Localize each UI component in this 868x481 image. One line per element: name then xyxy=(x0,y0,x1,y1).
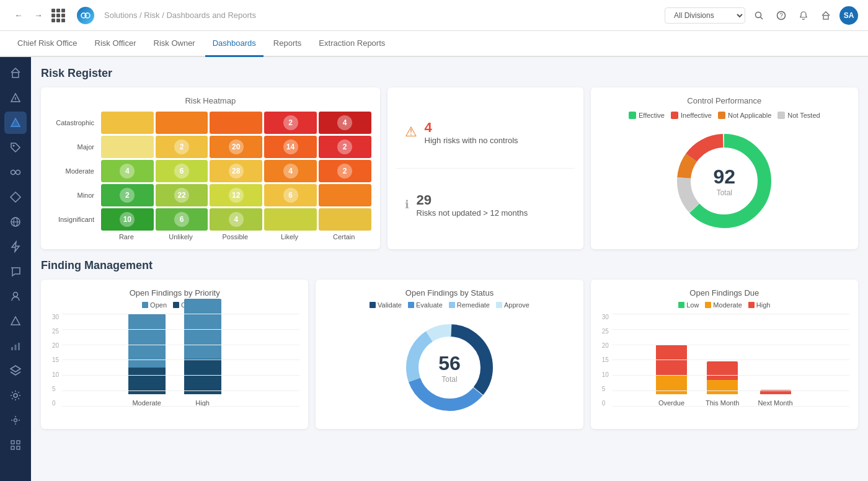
due-legend-high: High xyxy=(748,301,771,309)
heatmap-cell[interactable]: 22 xyxy=(156,184,208,206)
heatmap-cell[interactable]: 14 xyxy=(264,136,317,158)
sidebar-icon-gear1[interactable] xyxy=(4,384,27,407)
priority-high-overdue-bar xyxy=(184,359,221,394)
logo-icon xyxy=(81,11,91,20)
bell-icon xyxy=(799,11,808,20)
heatmap-grid: Catastrophic24Major220142Moderate462842M… xyxy=(50,112,371,231)
sidebar-icon-gear2[interactable] xyxy=(4,409,27,431)
control-performance-card: Control Performance Effective Ineffectiv… xyxy=(591,87,858,249)
status-approve-dot xyxy=(496,302,502,308)
nav-risk-officer[interactable]: Risk Officer xyxy=(87,31,144,57)
search-icon xyxy=(754,11,764,20)
app-logo xyxy=(77,7,94,24)
main-content: Risk Register Risk Heatmap Catastrophic2… xyxy=(31,57,868,481)
svg-marker-23 xyxy=(11,366,20,372)
heatmap-row-label: Catastrophic xyxy=(50,112,99,134)
heatmap-cell[interactable]: 4 xyxy=(101,160,154,182)
risk-register-title: Risk Register xyxy=(41,67,858,80)
nav-extraction-reports[interactable]: Extraction Reports xyxy=(311,31,392,57)
due-overdue-label: Overdue xyxy=(658,399,684,407)
priority-overdue-dot xyxy=(173,302,179,308)
avatar[interactable]: SA xyxy=(839,6,858,25)
sidebar-icon-home[interactable] xyxy=(4,62,27,84)
heatmap-cell[interactable]: 2 xyxy=(156,136,208,158)
division-select[interactable]: All Divisions xyxy=(665,7,745,24)
sidebar-icon-apps[interactable] xyxy=(4,434,27,456)
alert-item-2: ℹ 29 Risks not updated > 12 months xyxy=(396,169,575,240)
help-button[interactable]: ? xyxy=(773,7,790,24)
nav-chief-risk-office[interactable]: Chief Risk Office xyxy=(10,31,85,57)
sidebar-icon-alert[interactable] xyxy=(4,87,27,109)
heatmap-cell[interactable]: 2 xyxy=(319,136,371,158)
heatmap-cell[interactable]: 6 xyxy=(156,160,208,182)
due-chart-card: Open Findings Due Low Moderate High xyxy=(591,280,858,429)
status-total-number: 56 xyxy=(438,352,461,375)
priority-moderate-col xyxy=(128,314,166,394)
heatmap-cell[interactable]: 2 xyxy=(264,112,317,134)
svg-rect-22 xyxy=(18,343,20,350)
status-total-label: Total xyxy=(438,375,461,384)
sidebar-icon-diamond[interactable] xyxy=(4,186,27,208)
svg-marker-18 xyxy=(12,242,19,252)
forward-button[interactable]: → xyxy=(30,7,47,24)
svg-point-25 xyxy=(14,419,17,422)
sidebar-icon-warning[interactable] xyxy=(4,310,27,332)
back-button[interactable]: ← xyxy=(10,7,27,24)
legend-ineffective-dot xyxy=(671,112,678,119)
sidebar-icon-tag[interactable] xyxy=(4,136,27,159)
heatmap-cell[interactable]: 12 xyxy=(210,184,262,206)
heatmap-card: Risk Heatmap Catastrophic24Major220142Mo… xyxy=(41,87,380,249)
heatmap-cell[interactable]: 28 xyxy=(210,160,262,182)
due-chart-title: Open Findings Due xyxy=(600,288,849,298)
nav-reports[interactable]: Reports xyxy=(266,31,309,57)
sidebar-icon-link[interactable] xyxy=(4,161,27,183)
heatmap-cell[interactable] xyxy=(101,112,154,134)
heatmap-cell[interactable]: 20 xyxy=(210,136,262,158)
alert-1-content: 4 High risks with no controls xyxy=(425,120,518,145)
heatmap-cell[interactable]: 4 xyxy=(319,112,371,134)
heatmap-cell[interactable]: 4 xyxy=(264,160,317,182)
heatmap-cell[interactable] xyxy=(156,112,208,134)
heatmap-cell[interactable]: 2 xyxy=(101,184,154,206)
heatmap-cell[interactable]: 10 xyxy=(101,208,154,231)
grid-button[interactable] xyxy=(50,7,67,24)
sidebar-icon-layers[interactable] xyxy=(4,360,27,382)
due-next-month-col xyxy=(760,390,791,394)
legend-not-tested-dot xyxy=(777,112,785,119)
svg-point-11 xyxy=(11,170,16,175)
sidebar-icon-globe[interactable] xyxy=(4,211,27,233)
heatmap-x-label: Likely xyxy=(262,233,317,240)
due-this-month-moderate-bar xyxy=(707,380,738,394)
heatmap-cell[interactable] xyxy=(210,112,262,134)
heatmap-title: Risk Heatmap xyxy=(50,96,371,105)
due-overdue-moderate-bar xyxy=(656,376,687,394)
alert-item-1: ⚠ 4 High risks with no controls xyxy=(396,96,575,169)
heatmap-cell[interactable]: 2 xyxy=(319,160,371,182)
due-overdue-high-bar xyxy=(656,345,687,376)
svg-point-9 xyxy=(15,101,16,102)
status-legend-approve: Approve xyxy=(496,301,529,309)
sidebar-icon-user[interactable] xyxy=(4,285,27,307)
heatmap-cell[interactable] xyxy=(319,184,371,206)
priority-legend: Open Overdue xyxy=(50,301,299,309)
sidebar-icon-bar[interactable] xyxy=(4,335,27,357)
heatmap-cell[interactable]: 6 xyxy=(156,208,208,231)
help-icon: ? xyxy=(776,11,786,20)
heatmap-cell[interactable] xyxy=(101,136,154,158)
nav-dashboards[interactable]: Dashboards xyxy=(205,31,264,57)
due-this-month-high-bar xyxy=(707,361,738,380)
heatmap-cell[interactable] xyxy=(319,208,371,231)
sidebar-icon-message[interactable] xyxy=(4,260,27,283)
notifications-button[interactable] xyxy=(795,7,812,24)
svg-point-1 xyxy=(85,13,90,18)
sidebar-icon-triangle[interactable] xyxy=(4,112,27,134)
due-legend-moderate: Moderate xyxy=(705,301,742,309)
heatmap-cell[interactable]: 6 xyxy=(264,184,317,206)
nav-risk-owner[interactable]: Risk Owner xyxy=(146,31,203,57)
heatmap-cell[interactable]: 4 xyxy=(210,208,262,231)
home-button[interactable] xyxy=(817,7,835,24)
sidebar-icon-zap[interactable] xyxy=(4,236,27,258)
control-total-number: 92 xyxy=(714,165,736,188)
heatmap-cell[interactable] xyxy=(264,208,317,231)
search-button[interactable] xyxy=(750,7,768,24)
